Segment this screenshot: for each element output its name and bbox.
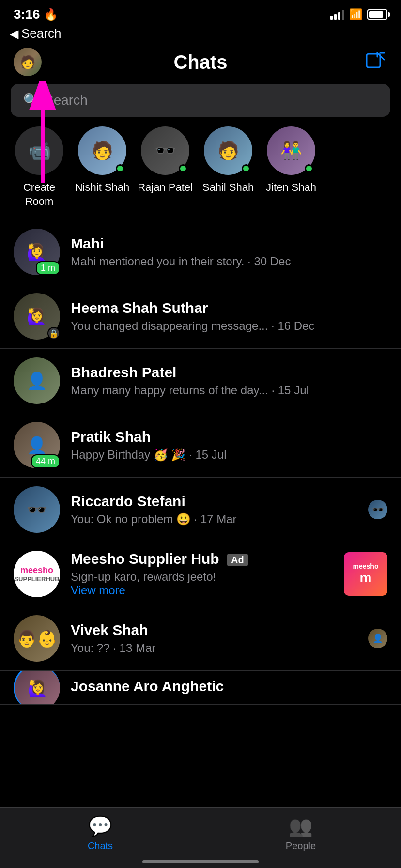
view-more-link[interactable]: View more xyxy=(71,584,333,597)
contact-name: Josanne Aro Anghetic xyxy=(71,678,387,695)
chat-item-bhadresh[interactable]: 👤 Bhadresh Patel Many many happy returns… xyxy=(0,349,401,413)
unread-badge: 44 m xyxy=(31,454,60,468)
flame-icon: 🔥 xyxy=(44,8,58,21)
chat-list: 🙋‍♀️ 1 m Mahi Mahi mentioned you in thei… xyxy=(0,220,401,705)
chat-avatar-wrap: meesho SUPPLIERHUB xyxy=(14,551,60,597)
online-indicator xyxy=(305,164,313,173)
user-avatar-small: 🕶️ xyxy=(368,500,387,519)
chat-avatar-wrap: 👨‍👶 xyxy=(14,615,60,662)
status-icons: 📶 xyxy=(330,8,387,21)
chat-avatar-wrap: 🙋‍♀️ 1 m xyxy=(14,229,60,275)
story-label: Sahil Shah xyxy=(202,181,254,195)
chat-content: Josanne Aro Anghetic xyxy=(71,678,387,698)
avatar: meesho SUPPLIERHUB xyxy=(14,551,60,597)
message-preview: Mahi mentioned you in their story. · 30 … xyxy=(71,255,387,268)
chat-avatar-wrap: 👤 44 m xyxy=(14,422,60,468)
back-label: Search xyxy=(21,26,61,41)
story-jiten-shah[interactable]: 👫 Jiten Shah xyxy=(260,126,323,208)
chat-meta: 🕶️ xyxy=(368,500,387,519)
home-indicator xyxy=(142,860,259,863)
contact-name: Bhadresh Patel xyxy=(71,364,387,381)
contact-name: Meesho Supplier Hub Ad xyxy=(71,551,333,567)
chat-avatar-wrap: 👤 xyxy=(14,357,60,404)
story-sahil-shah[interactable]: 🧑 Sahil Shah xyxy=(197,126,260,208)
search-icon: 🔍 xyxy=(23,93,39,108)
tab-people[interactable]: 👥 People xyxy=(200,815,401,852)
chat-content: Vivek Shah You: ?? · 13 Mar xyxy=(71,622,357,655)
page-title: Chats xyxy=(173,51,227,73)
contact-name: Mahi xyxy=(71,235,387,252)
contact-name: Heema Shah Suthar xyxy=(71,300,387,316)
header: 🧑 Chats xyxy=(0,45,401,84)
back-navigation[interactable]: ◀ Search xyxy=(0,26,401,45)
story-create-room[interactable]: 📹 Create Room xyxy=(8,126,71,208)
chat-content: Meesho Supplier Hub Ad Sign-up karo, rew… xyxy=(71,551,333,597)
unread-badge: 1 m xyxy=(36,261,60,275)
chat-content: Pratik Shah Happy Birthday 🥳 🎉 · 15 Jul xyxy=(71,429,387,462)
people-icon: 👥 xyxy=(289,815,313,837)
chat-item-vivek[interactable]: 👨‍👶 Vivek Shah You: ?? · 13 Mar 👤 xyxy=(0,606,401,671)
user-avatar-small: 👤 xyxy=(368,629,387,648)
contact-name: Riccardo Stefani xyxy=(71,493,357,510)
chat-avatar-wrap: 🙋‍♀️ xyxy=(14,671,60,705)
message-preview: Sign-up karo, rewards jeeto! xyxy=(71,570,333,584)
battery-icon xyxy=(367,9,387,20)
story-label: Jiten Shah xyxy=(266,181,316,195)
message-preview: You changed disappearing message... · 16… xyxy=(71,319,387,333)
chat-avatar-wrap: 🕶️ xyxy=(14,486,60,533)
tab-bar: 💬 Chats 👥 People xyxy=(0,807,401,868)
story-nishit-shah[interactable]: 🧑 Nishit Shah xyxy=(71,126,134,208)
avatar: 🕶️ xyxy=(14,486,60,533)
chat-content: Mahi Mahi mentioned you in their story. … xyxy=(71,235,387,268)
message-preview: You: Ok no problem 😀 · 17 Mar xyxy=(71,512,357,526)
ad-promo-image: meesho m xyxy=(344,552,387,596)
contact-name: Vivek Shah xyxy=(71,622,357,638)
story-rajan-patel[interactable]: 🕶️ Rajan Patel xyxy=(134,126,197,208)
story-name: Create Room xyxy=(8,181,71,208)
message-preview: Happy Birthday 🥳 🎉 · 15 Jul xyxy=(71,448,387,462)
status-bar: 3:16 🔥 📶 xyxy=(0,0,401,26)
chat-content: Heema Shah Suthar You changed disappeari… xyxy=(71,300,387,333)
search-input[interactable]: Search xyxy=(45,93,88,108)
chat-item-meesho[interactable]: meesho SUPPLIERHUB Meesho Supplier Hub A… xyxy=(0,542,401,606)
avatar: 👨‍👶 xyxy=(14,615,60,662)
stories-row: 📹 Create Room 🧑 Nishit Shah 🕶️ Rajan Pat… xyxy=(0,126,401,220)
chat-item-pratik[interactable]: 👤 44 m Pratik Shah Happy Birthday 🥳 🎉 · … xyxy=(0,413,401,478)
story-label: Rajan Patel xyxy=(138,181,193,195)
avatar: 👤 xyxy=(14,357,60,404)
chat-meta: meesho m xyxy=(344,552,387,596)
chat-content: Bhadresh Patel Many many happy returns o… xyxy=(71,364,387,397)
svg-rect-0 xyxy=(367,54,380,67)
back-arrow-icon: ◀ xyxy=(10,27,18,41)
message-preview: You: ?? · 13 Mar xyxy=(71,641,357,655)
status-time: 3:16 xyxy=(14,7,40,22)
story-label: Nishit Shah xyxy=(75,181,130,195)
chat-item-mahi[interactable]: 🙋‍♀️ 1 m Mahi Mahi mentioned you in thei… xyxy=(0,220,401,284)
online-indicator xyxy=(242,164,250,173)
avatar[interactable]: 🧑 xyxy=(14,48,42,76)
signal-icon xyxy=(330,9,344,20)
wifi-icon: 📶 xyxy=(349,8,362,21)
chats-icon: 💬 xyxy=(88,815,112,837)
message-preview: Many many happy returns of the day... · … xyxy=(71,384,387,397)
contact-name: Pratik Shah xyxy=(71,429,387,445)
chat-content: Riccardo Stefani You: Ok no problem 😀 · … xyxy=(71,493,357,526)
chat-item-heema[interactable]: 🙋‍♀️ 🔒 Heema Shah Suthar You changed dis… xyxy=(0,284,401,349)
chat-meta: 👤 xyxy=(368,629,387,648)
online-indicator xyxy=(179,164,187,173)
avatar: 🙋‍♀️ xyxy=(14,671,60,705)
video-camera-icon: 📹 xyxy=(28,140,51,161)
tab-chats[interactable]: 💬 Chats xyxy=(0,815,200,852)
create-room-avatar: 📹 xyxy=(15,126,63,175)
chat-item-josanne[interactable]: 🙋‍♀️ Josanne Aro Anghetic xyxy=(0,671,401,705)
tab-people-label: People xyxy=(286,840,316,852)
tab-chats-label: Chats xyxy=(88,840,113,852)
chat-item-riccardo[interactable]: 🕶️ Riccardo Stefani You: Ok no problem 😀… xyxy=(0,478,401,542)
lock-icon: 🔒 xyxy=(47,327,60,340)
ad-badge: Ad xyxy=(227,554,248,566)
compose-button[interactable] xyxy=(362,49,387,75)
search-bar[interactable]: 🔍 Search xyxy=(11,84,390,117)
online-indicator xyxy=(116,164,124,173)
chat-avatar-wrap: 🙋‍♀️ 🔒 xyxy=(14,293,60,340)
